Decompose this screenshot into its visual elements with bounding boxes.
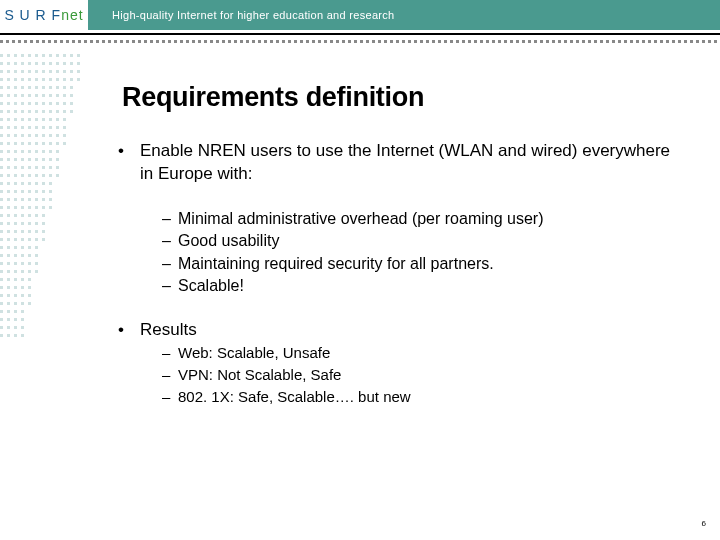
sub-text: Good usability: [178, 230, 279, 252]
dot-side-decoration: [0, 48, 90, 348]
page-number: 6: [702, 519, 706, 528]
sub-item: –Scalable!: [162, 275, 678, 297]
sub-item: –Good usability: [162, 230, 678, 252]
sub-item: –802. 1X: Safe, Scalable…. but new: [162, 386, 678, 408]
dash-icon: –: [162, 342, 178, 364]
sub-text: Minimal administrative overhead (per roa…: [178, 208, 543, 230]
content: • Enable NREN users to use the Internet …: [118, 140, 678, 408]
dash-icon: –: [162, 230, 178, 252]
bullet-2: • Results: [118, 319, 678, 342]
bullet-1: • Enable NREN users to use the Internet …: [118, 140, 678, 186]
sub-item: –Web: Scalable, Unsafe: [162, 342, 678, 364]
dash-icon: –: [162, 275, 178, 297]
sub-item: –Maintaining required security for all p…: [162, 253, 678, 275]
slide: S U R Fnet High-quality Internet for hig…: [0, 0, 720, 540]
sub-text: VPN: Not Scalable, Safe: [178, 364, 341, 386]
dot-row-decoration: [0, 40, 720, 46]
tagline: High-quality Internet for higher educati…: [112, 9, 395, 21]
bullet-text: Enable NREN users to use the Internet (W…: [140, 140, 678, 186]
bullet-icon: •: [118, 140, 140, 186]
bullet-2-sub: –Web: Scalable, Unsafe –VPN: Not Scalabl…: [162, 342, 678, 407]
sub-text: Web: Scalable, Unsafe: [178, 342, 330, 364]
separator-line: [0, 33, 720, 35]
logo-net: net: [61, 7, 83, 23]
dash-icon: –: [162, 253, 178, 275]
sub-item: –VPN: Not Scalable, Safe: [162, 364, 678, 386]
logo-text: S U R Fnet: [4, 7, 83, 23]
header-bar: S U R Fnet High-quality Internet for hig…: [0, 0, 720, 30]
sub-text: Scalable!: [178, 275, 244, 297]
sub-text: 802. 1X: Safe, Scalable…. but new: [178, 386, 411, 408]
sub-item: –Minimal administrative overhead (per ro…: [162, 208, 678, 230]
bullet-1-sub: –Minimal administrative overhead (per ro…: [162, 208, 678, 298]
dash-icon: –: [162, 208, 178, 230]
dash-icon: –: [162, 386, 178, 408]
bullet-text: Results: [140, 319, 197, 342]
slide-title: Requirements definition: [122, 82, 424, 113]
sub-text: Maintaining required security for all pa…: [178, 253, 494, 275]
dash-icon: –: [162, 364, 178, 386]
logo-surf: S U R F: [4, 7, 61, 23]
logo: S U R Fnet: [0, 0, 88, 30]
bullet-icon: •: [118, 319, 140, 342]
